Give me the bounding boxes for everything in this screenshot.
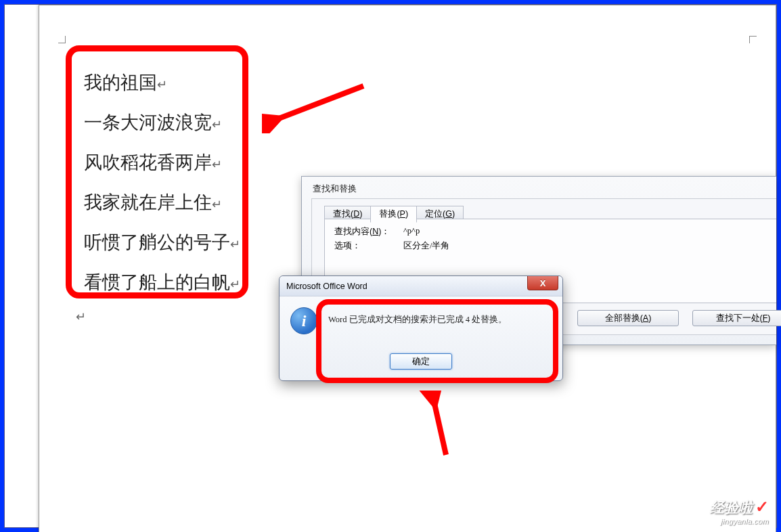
poem-text: 风吹稻花香两岸: [84, 152, 212, 173]
watermark-en: jingyanla.com: [710, 517, 769, 525]
checkmark-icon: ✓: [755, 497, 769, 516]
poem-line: 我家就在岸上住↵: [84, 183, 230, 223]
options-row: 选项： 区分全/半角: [334, 240, 767, 252]
dialog-title: 查找和替换: [313, 183, 357, 195]
poem-highlight-box: 我的祖国↵ 一条大河波浪宽↵ 风吹稻花香两岸↵ 我家就在岸上住↵ 听惯了艄公的号…: [66, 45, 248, 298]
find-what-value[interactable]: ^p^p: [403, 226, 420, 238]
page-margin-corner-tr: [749, 36, 757, 43]
close-button[interactable]: X: [527, 276, 558, 290]
poem-line: 我的祖国↵: [84, 64, 230, 104]
close-icon: X: [540, 278, 546, 288]
find-what-label: 查找内容(N)：: [334, 226, 394, 238]
message-text: Word 已完成对文档的搜索并已完成 4 处替换。: [328, 307, 507, 326]
message-body: i Word 已完成对文档的搜索并已完成 4 处替换。: [280, 296, 562, 340]
options-value: 区分全/半角: [403, 240, 449, 252]
info-icon: i: [290, 307, 317, 334]
paragraph-mark-icon: ↵: [230, 238, 240, 251]
poem-line: 风吹稻花香两岸↵: [84, 143, 230, 183]
paragraph-mark-icon: ↵: [157, 78, 167, 91]
poem-text: 一条大河波浪宽: [84, 112, 212, 133]
paragraph-mark-icon: ↵: [212, 118, 222, 131]
ok-button[interactable]: 确定: [390, 353, 452, 370]
outer-frame: 我的祖国↵ 一条大河波浪宽↵ 风吹稻花香两岸↵ 我家就在岸上住↵ 听惯了艄公的号…: [4, 4, 777, 528]
page-margin-corner-tl: [58, 36, 66, 43]
paragraph-mark-icon: ↵: [76, 309, 86, 324]
watermark-cn: 经验啦: [710, 498, 753, 517]
poem-line: 听惯了艄公的号子↵: [84, 223, 230, 263]
message-titlebar[interactable]: Microsoft Office Word: [280, 276, 562, 296]
paragraph-mark-icon: ↵: [212, 158, 222, 171]
options-label: 选项：: [334, 240, 394, 252]
poem-line: 看惯了船上的白帆↵: [84, 263, 230, 303]
find-what-row: 查找内容(N)： ^p^p: [334, 226, 767, 238]
message-dialog: Microsoft Office Word X i Word 已完成对文档的搜索…: [279, 275, 563, 381]
find-next-button[interactable]: 查找下一处(F): [692, 310, 781, 326]
watermark: 经验啦✓ jingyanla.com: [710, 497, 769, 525]
tab-replace[interactable]: 替换(P): [370, 206, 417, 223]
poem-line: 一条大河波浪宽↵: [84, 104, 230, 143]
poem-text: 听惯了艄公的号子: [84, 232, 230, 252]
paragraph-mark-icon: ↵: [212, 198, 222, 211]
poem-text: 我的祖国: [84, 72, 157, 93]
poem-text: 我家就在岸上住: [84, 192, 212, 213]
paragraph-mark-icon: ↵: [230, 278, 240, 291]
replace-all-button[interactable]: 全部替换(A): [577, 310, 679, 326]
poem-text: 看惯了船上的白帆: [84, 272, 230, 292]
message-title: Microsoft Office Word: [286, 282, 367, 291]
